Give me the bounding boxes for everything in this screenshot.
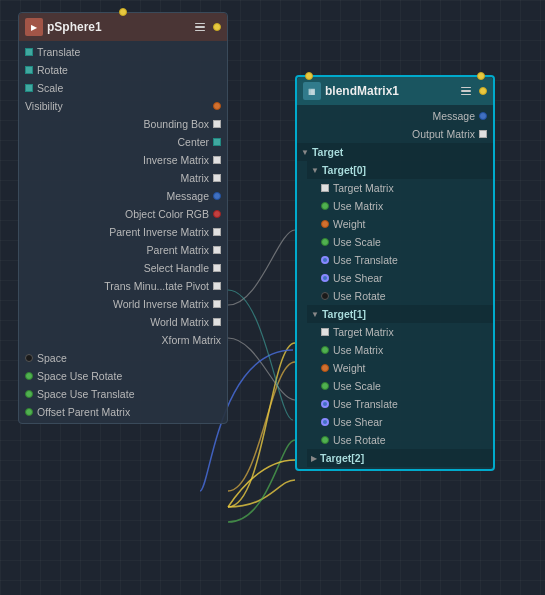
- matrix-label: Matrix: [25, 172, 209, 184]
- visibility-right-port[interactable]: [213, 102, 221, 110]
- translate-label: Translate: [37, 46, 221, 58]
- center-right-port[interactable]: [213, 138, 221, 146]
- t1-matrix-label: Target Matrix: [333, 326, 487, 338]
- t1-use-matrix-label: Use Matrix: [333, 344, 487, 356]
- space-label: Space: [37, 352, 221, 364]
- parent-inverse-right-port[interactable]: [213, 228, 221, 236]
- t1-weight-left-port[interactable]: [321, 364, 329, 372]
- world-matrix-right-port[interactable]: [213, 318, 221, 326]
- psphere-top-port[interactable]: [119, 8, 127, 16]
- blend-target0-use-scale: Use Scale: [315, 233, 493, 251]
- psphere-row-inverse-matrix: Inverse Matrix: [19, 151, 227, 169]
- offset-parent-left-port[interactable]: [25, 408, 33, 416]
- t1-use-matrix-left-port[interactable]: [321, 346, 329, 354]
- translate-left-port[interactable]: [25, 48, 33, 56]
- trans-minu-label: Trans Minu...tate Pivot: [25, 280, 209, 292]
- blend-row-output-matrix: Output Matrix: [297, 125, 493, 143]
- offset-parent-label: Offset Parent Matrix: [37, 406, 221, 418]
- target1-expand-icon: ▼: [311, 310, 319, 319]
- blend-top-right-port[interactable]: [477, 72, 485, 80]
- output-matrix-label: Output Matrix: [303, 128, 475, 140]
- psphere-row-matrix: Matrix: [19, 169, 227, 187]
- obj-color-right-port[interactable]: [213, 210, 221, 218]
- psphere-icon: ▶: [25, 18, 43, 36]
- world-inverse-right-port[interactable]: [213, 300, 221, 308]
- blend-row-message: Message: [297, 107, 493, 125]
- blend-header: ▦ blendMatrix1: [297, 77, 493, 105]
- message-right-port[interactable]: [213, 192, 221, 200]
- psphere-row-world-matrix: World Matrix: [19, 313, 227, 331]
- t1-use-scale-left-port[interactable]: [321, 382, 329, 390]
- t0-use-scale-left-port[interactable]: [321, 238, 329, 246]
- t0-use-shear-left-port[interactable]: [321, 274, 329, 282]
- rotate-label: Rotate: [37, 64, 221, 76]
- t1-matrix-left-port[interactable]: [321, 328, 329, 336]
- t1-use-translate-left-port[interactable]: [321, 400, 329, 408]
- psphere-row-obj-color: Object Color RGB: [19, 205, 227, 223]
- target1-label: Target[1]: [322, 308, 366, 320]
- message-label: Message: [25, 190, 209, 202]
- t0-use-translate-label: Use Translate: [333, 254, 487, 266]
- blend-message-right-port[interactable]: [479, 112, 487, 120]
- blend-menu-icon[interactable]: [459, 84, 473, 98]
- world-matrix-label: World Matrix: [25, 316, 209, 328]
- t0-matrix-left-port[interactable]: [321, 184, 329, 192]
- t0-use-rotate-label: Use Rotate: [333, 290, 487, 302]
- blend-target-section: ▼ Target: [297, 143, 493, 161]
- space-rotate-label: Space Use Rotate: [37, 370, 221, 382]
- psphere-header: ▶ pSphere1: [19, 13, 227, 41]
- world-inverse-label: World Inverse Matrix: [25, 298, 209, 310]
- obj-color-label: Object Color RGB: [25, 208, 209, 220]
- psphere-menu-icon[interactable]: [193, 20, 207, 34]
- psphere-row-scale: Scale: [19, 79, 227, 97]
- blend-target1-use-translate: Use Translate: [315, 395, 493, 413]
- bbox-right-port[interactable]: [213, 120, 221, 128]
- psphere-row-xform: Xform Matrix: [19, 331, 227, 349]
- target2-label: Target[2]: [320, 452, 364, 464]
- blend-target0-use-rotate: Use Rotate: [315, 287, 493, 305]
- space-rotate-left-port[interactable]: [25, 372, 33, 380]
- t1-use-shear-left-port[interactable]: [321, 418, 329, 426]
- target-section-label: Target: [312, 146, 343, 158]
- output-matrix-right-port[interactable]: [479, 130, 487, 138]
- trans-minu-right-port[interactable]: [213, 282, 221, 290]
- scale-left-port[interactable]: [25, 84, 33, 92]
- t1-use-shear-label: Use Shear: [333, 416, 487, 428]
- t0-use-translate-left-port[interactable]: [321, 256, 329, 264]
- target2-expand-icon: ▶: [311, 454, 317, 463]
- inverse-matrix-label: Inverse Matrix: [25, 154, 209, 166]
- t0-weight-left-port[interactable]: [321, 220, 329, 228]
- t0-use-rotate-left-port[interactable]: [321, 292, 329, 300]
- psphere-row-trans-minu: Trans Minu...tate Pivot: [19, 277, 227, 295]
- rotate-left-port[interactable]: [25, 66, 33, 74]
- parent-inverse-label: Parent Inverse Matrix: [25, 226, 209, 238]
- select-handle-label: Select Handle: [25, 262, 209, 274]
- psphere-header-right-port[interactable]: [213, 23, 221, 31]
- inverse-matrix-right-port[interactable]: [213, 156, 221, 164]
- matrix-right-port[interactable]: [213, 174, 221, 182]
- space-translate-left-port[interactable]: [25, 390, 33, 398]
- blend-header-right-port[interactable]: [479, 87, 487, 95]
- space-left-port[interactable]: [25, 354, 33, 362]
- blend-target1-section: ▼ Target[1]: [307, 305, 493, 323]
- psphere-node: ▶ pSphere1 Translate Rotate Scale Visibi…: [18, 12, 228, 424]
- psphere-row-bbox: Bounding Box: [19, 115, 227, 133]
- select-handle-right-port[interactable]: [213, 264, 221, 272]
- t0-use-matrix-left-port[interactable]: [321, 202, 329, 210]
- blend-top-left-port[interactable]: [305, 72, 313, 80]
- blend-target1-use-shear: Use Shear: [315, 413, 493, 431]
- xform-label: Xform Matrix: [25, 334, 221, 346]
- blend-target0-use-shear: Use Shear: [315, 269, 493, 287]
- t1-use-rotate-left-port[interactable]: [321, 436, 329, 444]
- blend-target0-use-translate: Use Translate: [315, 251, 493, 269]
- blend-target1-weight: Weight: [315, 359, 493, 377]
- blend-icon: ▦: [303, 82, 321, 100]
- parent-matrix-right-port[interactable]: [213, 246, 221, 254]
- psphere-body: Translate Rotate Scale Visibility Boundi…: [19, 41, 227, 423]
- psphere-title: pSphere1: [47, 20, 193, 34]
- t1-use-translate-label: Use Translate: [333, 398, 487, 410]
- target0-expand-icon: ▼: [311, 166, 319, 175]
- blend-target0-matrix: Target Matrix: [315, 179, 493, 197]
- t0-use-matrix-label: Use Matrix: [333, 200, 487, 212]
- psphere-row-parent-inverse: Parent Inverse Matrix: [19, 223, 227, 241]
